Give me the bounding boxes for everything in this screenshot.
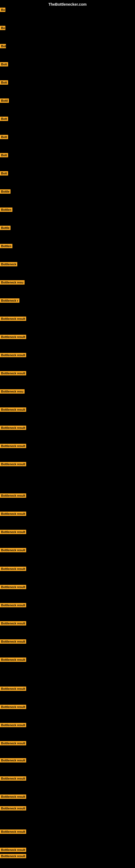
bottleneck-label: Bott (0, 153, 8, 158)
bottleneck-label: Bottleneck result (0, 723, 26, 728)
bottleneck-label: Bottleneck resu (0, 389, 25, 395)
bottleneck-label: Bottle (0, 226, 10, 231)
bottleneck-label: Bo (0, 26, 5, 31)
bottleneck-label: Bottleneck (0, 262, 17, 268)
bottleneck-label: Bottleneck result (0, 639, 26, 645)
bottleneck-label: Bottleneck result (0, 795, 26, 800)
bottleneck-label: Bott (0, 171, 8, 177)
bottleneck-label: Bottleneck r (0, 299, 19, 304)
bottleneck-label: Bottleneck resu (0, 280, 25, 286)
bottleneck-label: Bottleneck result (0, 758, 26, 764)
bottleneck-label: Bottleneck result (0, 548, 26, 553)
bottleneck-label: Bottleneck result (0, 806, 26, 812)
bottleneck-label: Bott (0, 135, 8, 140)
bottleneck-label: Bottlen (0, 208, 12, 213)
bottleneck-label: Bot (0, 44, 6, 50)
bottleneck-label: Bottleneck result (0, 585, 26, 590)
bottleneck-label: Bo (0, 8, 5, 13)
bottleneck-label: Bottleneck result (0, 705, 26, 710)
bottleneck-label: Bottleneck result (0, 462, 26, 467)
bottleneck-label: Bottleneck result (0, 621, 26, 627)
bottleneck-label: Bottleneck result (0, 830, 26, 835)
bottleneck-label: Bottleneck result (0, 776, 26, 782)
bottleneck-label: Bottleneck result (0, 657, 26, 663)
bottleneck-label: Bottleneck result (0, 335, 26, 340)
bottleneck-label: Bottleneck result (0, 512, 26, 517)
bottleneck-label: Bottleneck result (0, 426, 26, 431)
bottleneck-label: Bott (0, 62, 8, 67)
bottleneck-label: Bottleneck result (0, 530, 26, 535)
bottleneck-label: Bott (0, 80, 8, 86)
bottleneck-label: Bottleneck result (0, 353, 26, 358)
bottleneck-label: Bottleneck result (0, 741, 26, 746)
bottleneck-label: Bottleneck result (0, 407, 26, 413)
bottleneck-label: Bottleneck result (0, 686, 26, 692)
bottleneck-label: Bottlen (0, 244, 12, 249)
bottleneck-label: Bottleneck result (0, 371, 26, 376)
bottleneck-label: Bottleneck result (0, 493, 26, 499)
bottleneck-label: Bottl (0, 98, 9, 104)
bottleneck-label: Bottleneck result (0, 567, 26, 572)
bottleneck-label: Bottleneck result (0, 848, 26, 853)
bottleneck-label: Bottle (0, 189, 10, 195)
site-title: TheBottlenecker.com (48, 2, 87, 6)
bottleneck-label: Bottleneck result (0, 316, 26, 322)
bottleneck-label: Bottleneck result (0, 854, 26, 859)
bottleneck-label: Bottleneck result (0, 444, 26, 449)
bottleneck-label: Bott (0, 117, 8, 122)
bottleneck-label: Bottleneck result (0, 603, 26, 609)
